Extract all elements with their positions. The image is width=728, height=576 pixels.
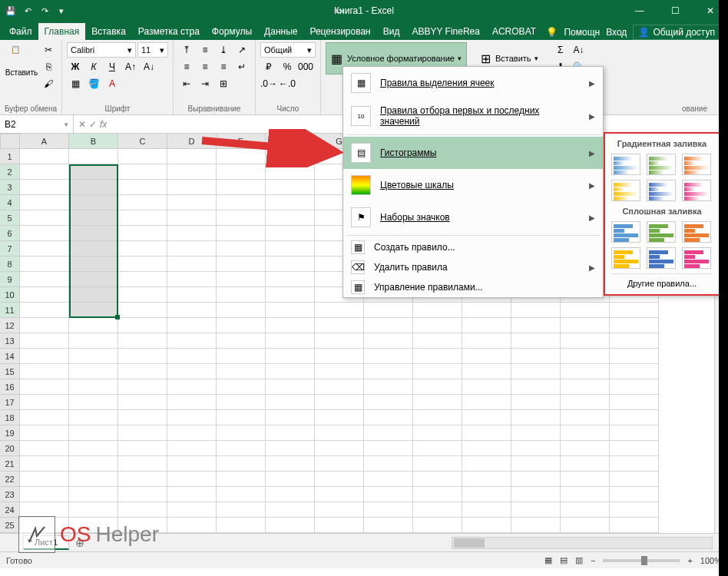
zoom-out-icon[interactable]: − bbox=[591, 556, 595, 565]
name-box[interactable]: B2▾ bbox=[0, 115, 74, 133]
menu-color-scales[interactable]: Цветовые шкалы ▶ bbox=[343, 169, 603, 201]
horizontal-scrollbar[interactable] bbox=[452, 537, 713, 549]
tab-data[interactable]: Данные bbox=[258, 23, 303, 40]
paste-button[interactable]: 📋 Вставить bbox=[5, 42, 38, 91]
align-middle-icon[interactable]: ≡ bbox=[197, 42, 213, 58]
row-header[interactable]: 3 bbox=[0, 180, 20, 195]
data-bar-option[interactable] bbox=[682, 154, 711, 175]
increase-font-icon[interactable]: A↑ bbox=[122, 59, 139, 74]
format-painter-icon[interactable]: 🖌 bbox=[40, 76, 57, 91]
increase-decimal-icon[interactable]: .0→ bbox=[260, 76, 277, 91]
decrease-decimal-icon[interactable]: ←.0 bbox=[279, 76, 296, 91]
row-header[interactable]: 4 bbox=[0, 195, 20, 210]
row-header[interactable]: 14 bbox=[0, 349, 20, 364]
tab-view[interactable]: Вид bbox=[377, 23, 406, 40]
row-header[interactable]: 21 bbox=[0, 456, 20, 472]
align-right-icon[interactable]: ≡ bbox=[215, 59, 232, 74]
undo-icon[interactable]: ↶ bbox=[22, 5, 34, 17]
wrap-text-icon[interactable]: ↵ bbox=[233, 59, 250, 74]
maximize-button[interactable]: ☐ bbox=[657, 0, 693, 22]
data-bar-option[interactable] bbox=[682, 180, 711, 201]
row-header[interactable]: 12 bbox=[0, 318, 20, 333]
data-bar-option[interactable] bbox=[682, 247, 711, 269]
row-header[interactable]: 1 bbox=[0, 149, 20, 164]
data-bar-option[interactable] bbox=[611, 154, 640, 175]
col-header[interactable]: F bbox=[266, 134, 315, 149]
align-left-icon[interactable]: ≡ bbox=[178, 59, 195, 74]
tab-review[interactable]: Рецензирован bbox=[303, 23, 376, 40]
percent-icon[interactable]: % bbox=[279, 59, 296, 74]
data-bar-option[interactable] bbox=[647, 221, 676, 243]
tab-abbyy[interactable]: ABBYY FineRea bbox=[405, 23, 486, 40]
menu-topbottom-rules[interactable]: 10 Правила отбора первых и последних зна… bbox=[343, 99, 603, 133]
row-header[interactable]: 5 bbox=[0, 210, 20, 226]
row-header[interactable]: 11 bbox=[0, 303, 20, 318]
copy-icon[interactable]: ⎘ bbox=[40, 59, 57, 74]
tab-insert[interactable]: Вставка bbox=[85, 23, 132, 40]
row-header[interactable]: 10 bbox=[0, 287, 20, 303]
row-header[interactable]: 17 bbox=[0, 395, 20, 410]
submenu-other-rules[interactable]: Другие правила... bbox=[608, 276, 716, 291]
row-header[interactable]: 18 bbox=[0, 410, 20, 425]
enter-icon[interactable]: ✓ bbox=[89, 119, 97, 130]
align-center-icon[interactable]: ≡ bbox=[197, 59, 213, 74]
help-icon[interactable]: 💡 bbox=[546, 27, 558, 38]
select-all-button[interactable] bbox=[0, 134, 20, 149]
col-header[interactable]: B bbox=[69, 134, 118, 149]
share-button[interactable]: 👤 Общий доступ bbox=[633, 25, 720, 40]
col-header[interactable]: D bbox=[167, 134, 217, 149]
data-bar-option[interactable] bbox=[611, 180, 640, 201]
align-top-icon[interactable]: ⤒ bbox=[178, 42, 195, 58]
currency-icon[interactable]: ₽ bbox=[260, 59, 277, 74]
row-header[interactable]: 24 bbox=[0, 502, 20, 518]
data-bar-option[interactable] bbox=[647, 180, 676, 201]
increase-indent-icon[interactable]: ⇥ bbox=[197, 76, 213, 91]
menu-icon-sets[interactable]: ⚑ Наборы значков ▶ bbox=[343, 201, 603, 233]
row-header[interactable]: 25 bbox=[0, 518, 20, 533]
row-header[interactable]: 2 bbox=[0, 164, 20, 180]
row-header[interactable]: 7 bbox=[0, 241, 20, 257]
help-label[interactable]: Помощн bbox=[564, 27, 600, 38]
row-header[interactable]: 19 bbox=[0, 425, 20, 441]
merge-icon[interactable]: ⊞ bbox=[215, 76, 232, 91]
italic-button[interactable]: К bbox=[85, 59, 102, 74]
menu-clear-rules[interactable]: ⌫ Удалить правила ▶ bbox=[343, 257, 603, 277]
data-bar-option[interactable] bbox=[611, 247, 640, 269]
cut-icon[interactable]: ✂ bbox=[40, 42, 57, 58]
font-color-icon[interactable]: A bbox=[104, 76, 121, 91]
qat-dropdown-icon[interactable]: ▾ bbox=[55, 5, 68, 17]
fx-icon[interactable]: fx bbox=[100, 119, 107, 130]
menu-new-rule[interactable]: ▦ Создать правило... bbox=[343, 237, 603, 257]
menu-data-bars[interactable]: ▤ Гистограммы ▶ bbox=[343, 137, 603, 169]
row-header[interactable]: 16 bbox=[0, 379, 20, 395]
row-header[interactable]: 9 bbox=[0, 272, 20, 287]
data-bar-option[interactable] bbox=[647, 247, 676, 269]
autosum-icon[interactable]: Σ bbox=[552, 42, 569, 58]
font-name-combo[interactable]: Calibri▾ bbox=[67, 42, 136, 58]
view-pagelayout-icon[interactable]: ▤ bbox=[560, 555, 568, 565]
number-format-combo[interactable]: Общий▾ bbox=[260, 42, 316, 58]
menu-manage-rules[interactable]: ▦ Управление правилами... bbox=[343, 277, 603, 297]
row-header[interactable]: 23 bbox=[0, 487, 20, 502]
font-size-combo[interactable]: 11▾ bbox=[137, 42, 168, 58]
row-header[interactable]: 6 bbox=[0, 226, 20, 241]
tab-pagelayout[interactable]: Разметка стра bbox=[132, 23, 206, 40]
decrease-indent-icon[interactable]: ⇤ bbox=[178, 76, 195, 91]
save-icon[interactable]: 💾 bbox=[5, 5, 17, 17]
tab-acrobat[interactable]: ACROBAT bbox=[486, 23, 542, 40]
col-header[interactable]: A bbox=[20, 134, 69, 149]
underline-button[interactable]: Ч bbox=[104, 59, 121, 74]
menu-highlight-rules[interactable]: ▦ Правила выделения ячеек ▶ bbox=[343, 67, 603, 99]
fill-color-icon[interactable]: 🪣 bbox=[85, 76, 102, 91]
tab-formulas[interactable]: Формулы bbox=[206, 23, 258, 40]
row-header[interactable]: 22 bbox=[0, 472, 20, 487]
border-icon[interactable]: ▦ bbox=[67, 76, 84, 91]
view-normal-icon[interactable]: ▦ bbox=[544, 555, 552, 565]
orientation-icon[interactable]: ↗ bbox=[233, 42, 250, 58]
row-header[interactable]: 13 bbox=[0, 333, 20, 349]
zoom-in-icon[interactable]: + bbox=[687, 556, 692, 565]
row-header[interactable]: 8 bbox=[0, 257, 20, 272]
view-pagebreak-icon[interactable]: ▥ bbox=[575, 555, 583, 565]
signin-label[interactable]: Вход bbox=[606, 27, 627, 38]
col-header[interactable]: C bbox=[118, 134, 167, 149]
